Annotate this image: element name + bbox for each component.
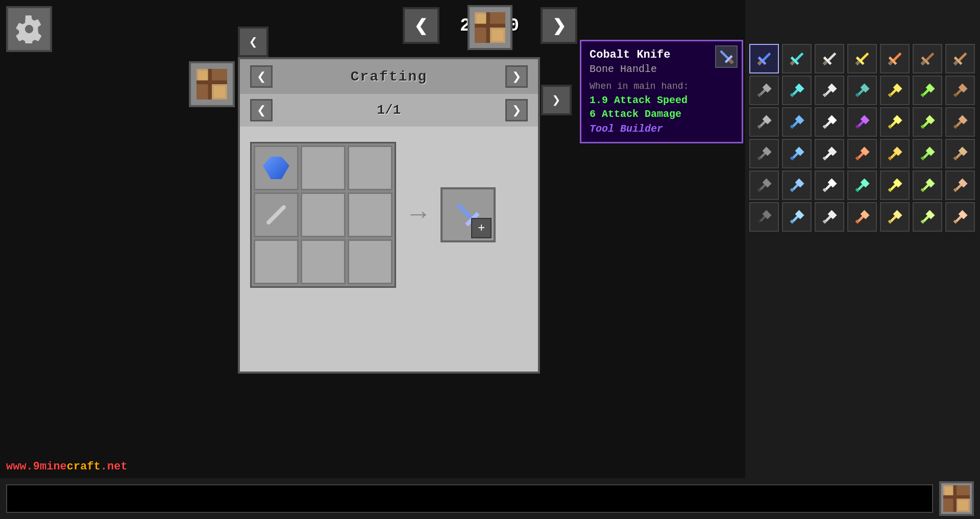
list-item[interactable] xyxy=(749,170,779,200)
list-item[interactable] xyxy=(880,170,910,200)
crafting-panel: ❮ Crafting ❯ ❮ 1/1 ❯ xyxy=(238,57,540,374)
crafting-page-prev-button[interactable]: ❮ xyxy=(250,99,273,121)
tooltip-item-sub: Bone Handle xyxy=(590,63,733,75)
grid-cell-1-0[interactable] xyxy=(254,192,299,237)
list-item[interactable] xyxy=(913,44,942,73)
tooltip-item-name: Cobalt Knife xyxy=(590,48,733,61)
svg-rect-6 xyxy=(475,24,505,28)
add-to-recipe-button[interactable]: + xyxy=(471,218,492,238)
list-item[interactable] xyxy=(815,76,844,105)
crafting-page-next-button[interactable]: ❯ xyxy=(505,99,528,121)
list-item[interactable] xyxy=(880,107,910,137)
tooltip-main-hand-label: When in main hand: xyxy=(590,81,733,91)
crafting-title-bar: ❮ Crafting ❯ xyxy=(240,59,538,94)
list-item[interactable] xyxy=(913,107,942,137)
svg-rect-13 xyxy=(197,81,227,85)
crafting-page-bar: ❮ 1/1 ❯ xyxy=(240,94,538,127)
list-item[interactable] xyxy=(815,139,844,168)
crafting-area-prev-button[interactable]: ❮ xyxy=(238,27,268,57)
grid-cell-0-0[interactable] xyxy=(254,145,299,190)
grid-cell-0-1[interactable] xyxy=(301,145,346,190)
left-crafting-icon[interactable] xyxy=(189,61,235,107)
crafting-page-display: 1/1 xyxy=(377,103,401,118)
items-grid xyxy=(745,40,980,236)
tooltip-item-icon xyxy=(715,45,738,68)
right-item-panel xyxy=(745,0,980,519)
list-item[interactable] xyxy=(782,202,812,232)
top-prev-button[interactable]: ❮ xyxy=(403,7,439,44)
list-item[interactable] xyxy=(815,202,844,232)
list-item[interactable] xyxy=(782,44,812,73)
list-item[interactable] xyxy=(945,44,975,73)
list-item[interactable] xyxy=(749,139,779,168)
top-next-button[interactable]: ❯ xyxy=(541,7,577,44)
grid-cell-2-2[interactable] xyxy=(348,239,393,284)
bottom-crafting-button[interactable] xyxy=(939,481,974,516)
tooltip-attack-damage: 6 Attack Damage xyxy=(590,108,733,120)
list-item[interactable] xyxy=(913,139,942,168)
list-item[interactable] xyxy=(749,44,779,73)
list-item[interactable] xyxy=(945,139,975,168)
list-item[interactable] xyxy=(880,76,910,105)
list-item[interactable] xyxy=(847,107,877,137)
recipe-row: → + xyxy=(250,142,528,288)
crafting-grid-area: → + xyxy=(240,127,538,372)
list-item[interactable] xyxy=(880,44,910,73)
svg-rect-150 xyxy=(958,500,968,510)
list-item[interactable] xyxy=(815,44,844,73)
list-item[interactable] xyxy=(847,202,877,232)
list-item[interactable] xyxy=(913,202,942,232)
crafting-grid xyxy=(250,142,396,288)
tooltip-knife-icon xyxy=(717,47,736,66)
grid-cell-2-0[interactable] xyxy=(254,239,299,284)
list-item[interactable] xyxy=(782,139,812,168)
list-item[interactable] xyxy=(749,76,779,105)
tooltip-attack-speed: 1.9 Attack Speed xyxy=(590,94,733,106)
list-item[interactable] xyxy=(945,170,975,200)
output-area: + xyxy=(440,187,496,242)
list-item[interactable] xyxy=(782,76,812,105)
list-item[interactable] xyxy=(847,76,877,105)
watermark: www.9minecraft.net xyxy=(6,460,128,473)
item-tooltip-panel: Cobalt Knife Bone Handle When in main ha… xyxy=(580,40,743,143)
list-item[interactable] xyxy=(782,170,812,200)
grid-cell-1-1[interactable] xyxy=(301,192,346,237)
list-item[interactable] xyxy=(749,202,779,232)
list-item[interactable] xyxy=(945,202,975,232)
list-item[interactable] xyxy=(913,170,942,200)
list-item[interactable] xyxy=(847,139,877,168)
crafting-area-next-button[interactable]: ❯ xyxy=(541,85,572,115)
svg-rect-152 xyxy=(943,496,970,499)
crafting-table-icon xyxy=(475,12,505,43)
center-crafting-icon[interactable] xyxy=(468,5,512,50)
svg-rect-4 xyxy=(492,30,504,41)
list-item[interactable] xyxy=(945,107,975,137)
tooltip-tool-builder: Tool Builder xyxy=(590,123,733,135)
list-item[interactable] xyxy=(945,76,975,105)
svg-rect-11 xyxy=(214,86,226,98)
list-item[interactable] xyxy=(815,107,844,137)
grid-cell-1-2[interactable] xyxy=(348,192,393,237)
bottom-bar xyxy=(0,478,980,519)
list-item[interactable] xyxy=(815,170,844,200)
left-crafting-table-icon xyxy=(197,69,227,100)
bottom-crafting-table-icon xyxy=(943,485,970,512)
crafting-title: Crafting xyxy=(351,69,427,85)
recipe-arrow: → xyxy=(410,200,426,230)
list-item[interactable] xyxy=(782,107,812,137)
list-item[interactable] xyxy=(749,107,779,137)
grid-cell-2-1[interactable] xyxy=(301,239,346,284)
list-item[interactable] xyxy=(847,170,877,200)
list-item[interactable] xyxy=(847,44,877,73)
list-item[interactable] xyxy=(880,202,910,232)
search-input[interactable] xyxy=(6,484,933,513)
list-item[interactable] xyxy=(913,76,942,105)
list-item[interactable] xyxy=(880,139,910,168)
crafting-next-button[interactable]: ❯ xyxy=(505,65,528,88)
grid-cell-0-2[interactable] xyxy=(348,145,393,190)
crafting-prev-button[interactable]: ❮ xyxy=(250,65,273,88)
